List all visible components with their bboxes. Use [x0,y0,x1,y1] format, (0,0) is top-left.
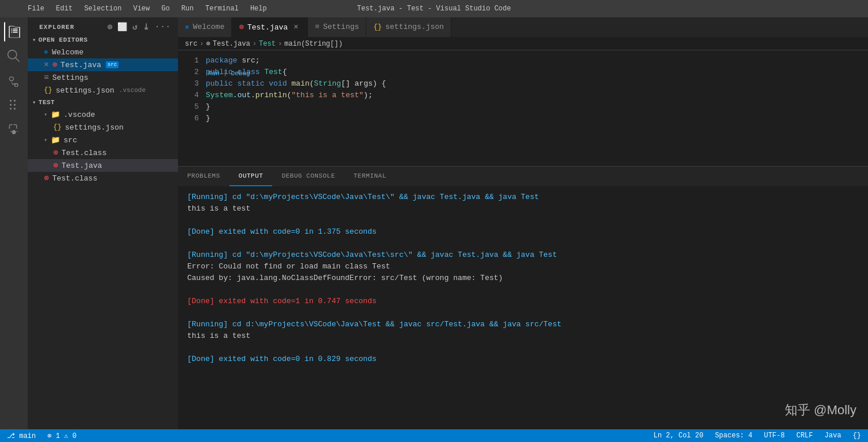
folder-vscode[interactable]: ▾ 📁 .vscode [28,108,178,121]
panel-tab-output[interactable]: OUTPUT [229,166,273,186]
refresh-icon[interactable]: ↺ [132,22,138,32]
sidebar-title: Explorer [39,24,75,31]
tab-icon-json: {} [373,23,381,31]
file-test-class-root[interactable]: ⊗ Test.class [28,172,178,185]
vscode-badge: .vscode [119,87,146,94]
activity-bar [0,17,28,429]
menu-selection[interactable]: Selection [80,2,127,15]
file-name: Settings [52,73,88,82]
activity-search[interactable] [4,46,24,66]
panel-tab-problems[interactable]: PROBLEMS [178,166,229,186]
menu-terminal[interactable]: Terminal [201,2,243,15]
sidebar-header: Explorer ⊕ ⬜ ↺ ⤓ ··· [28,17,178,34]
output-line-10: [Done] exited with code=0 in 0.829 secon… [187,353,859,365]
main-layout: Explorer ⊕ ⬜ ↺ ⤓ ··· ▾ Open Editors ⎈ We… [0,17,868,429]
file-name: settings.json [55,86,114,95]
status-eol[interactable]: CRLF [794,429,815,442]
tab-icon-vscode: ⎈ [185,23,190,32]
folder-chevron: ▾ [44,111,47,118]
output-line-2: this is a test [187,203,859,215]
status-formatter[interactable]: {} [851,429,863,442]
menu-help[interactable]: Help [246,2,272,15]
panel-tab-debug[interactable]: DEBUG CONSOLE [272,166,344,186]
tab-bar: ⎈ Welcome ⊗ Test.java ≡ Settings {} sett… [178,17,868,38]
code-editor[interactable]: 1 2 3 4 5 6 package src; public class Te… [178,50,868,166]
output-blank-3 [187,284,859,296]
folder-icon: 📁 [51,110,60,119]
menu-edit[interactable]: Edit [51,2,77,15]
output-line-4: [Running] cd "d:\myProjects\VSCode\Java\… [187,249,859,261]
tab-welcome[interactable]: ⎈ Welcome [178,17,232,37]
folder-chevron: ▾ [44,137,47,143]
activity-explorer[interactable] [4,22,24,42]
tab-label: Test.java [247,23,288,32]
status-bar: ⎇ main ⊗ 1 ⚠ 0 Ln 2, Col 20 Spaces: 4 UT… [0,429,868,442]
open-editors-label: Open Editors [39,36,88,43]
code-content[interactable]: package src; public class Test{ Run | De… [206,55,868,161]
tab-label: settings.json [385,23,444,31]
breadcrumb-testjava[interactable]: Test.java [213,40,250,48]
file-name: Test.java [61,61,101,69]
status-ln-col[interactable]: Ln 2, Col 20 [651,429,706,442]
tab-settings[interactable]: ≡ Settings [308,17,366,37]
file-test-java-src[interactable]: ⊗ Test.java [28,159,178,172]
file-settings-json-vscode[interactable]: {} settings.json [28,121,178,134]
sidebar-actions[interactable]: ⊕ ⬜ ↺ ⤓ ··· [107,22,171,32]
output-line-8: [Running] cd d:\myProjects\VSCode\Java\T… [187,319,859,330]
debug-link[interactable]: Debug [231,70,250,77]
tab-settings-json[interactable]: {} settings.json [366,17,451,37]
menu-go[interactable]: Go [157,2,174,15]
breadcrumb-class[interactable]: Test [259,40,276,48]
activity-scm[interactable] [4,71,24,90]
status-left: ⎇ main ⊗ 1 ⚠ 0 [5,429,79,442]
menu-view[interactable]: View [128,2,154,15]
status-errors[interactable]: ⊗ 1 ⚠ 0 [45,429,79,442]
open-editor-settings[interactable]: ≡ Settings [28,71,178,84]
status-branch[interactable]: ⎇ main [5,429,38,442]
panel-tab-terminal[interactable]: TERMINAL [344,166,396,186]
menu-bar[interactable]: File Edit Selection View Go Run Terminal… [23,2,272,15]
more-actions-icon[interactable]: ··· [155,22,171,32]
output-blank-4 [187,307,859,319]
new-file-icon[interactable]: ⊕ [107,22,113,32]
breadcrumb: src › ⊗ Test.java › Test › main(String[]… [178,38,868,50]
title-bar: File Edit Selection View Go Run Terminal… [0,0,868,17]
output-panel[interactable]: [Running] cd "d:\myProjects\VSCode\Java\… [178,187,868,386]
status-spaces[interactable]: Spaces: 4 [713,429,755,442]
folder-src[interactable]: ▾ 📁 src [28,134,178,146]
open-editor-testjava[interactable]: ⊗ Test.java src [28,58,178,71]
settings-icon: ≡ [44,73,49,82]
new-folder-icon[interactable]: ⬜ [117,22,128,32]
open-editor-welcome[interactable]: ⎈ Welcome [28,46,178,58]
breadcrumb-sep-1: › [200,40,204,48]
breadcrumb-src[interactable]: src [185,40,198,48]
close-file-icon[interactable] [44,60,49,69]
error-icon: ⊗ [52,61,57,69]
activity-debug[interactable] [4,119,24,139]
folder-name: .vscode [64,110,95,119]
test-section-label: TEST [39,99,55,106]
collapse-icon[interactable]: ⤓ [143,22,150,32]
open-editors-section[interactable]: ▾ Open Editors [28,34,178,46]
tab-testjava[interactable]: ⊗ Test.java [232,17,308,37]
output-line-5: Error: Could not find or load main class… [187,261,859,272]
tab-close-button[interactable] [291,23,301,32]
status-encoding[interactable]: UTF-8 [762,429,787,442]
file-name: Test.class [52,174,97,183]
activity-extensions[interactable] [4,95,24,115]
test-section[interactable]: ▾ TEST [28,97,178,108]
breadcrumb-sep-2: › [253,40,257,48]
status-language[interactable]: Java [822,429,844,442]
run-link[interactable]: Run [208,70,220,77]
tab-label: Welcome [193,23,225,31]
output-blank-5 [187,342,859,353]
json-icon: {} [53,123,61,131]
open-editor-settings-json[interactable]: {} settings.json .vscode [28,84,178,97]
tab-error-icon: ⊗ [239,23,243,31]
menu-file[interactable]: File [23,2,49,15]
output-line-1: [Running] cd "d:\myProjects\VSCode\Java\… [187,191,859,203]
output-line-7: [Done] exited with code=1 in 0.747 secon… [187,296,859,307]
menu-run[interactable]: Run [177,2,199,15]
file-test-class-src[interactable]: ⊗ Test.class [28,146,178,159]
breadcrumb-method[interactable]: main(String[]) [284,40,343,48]
